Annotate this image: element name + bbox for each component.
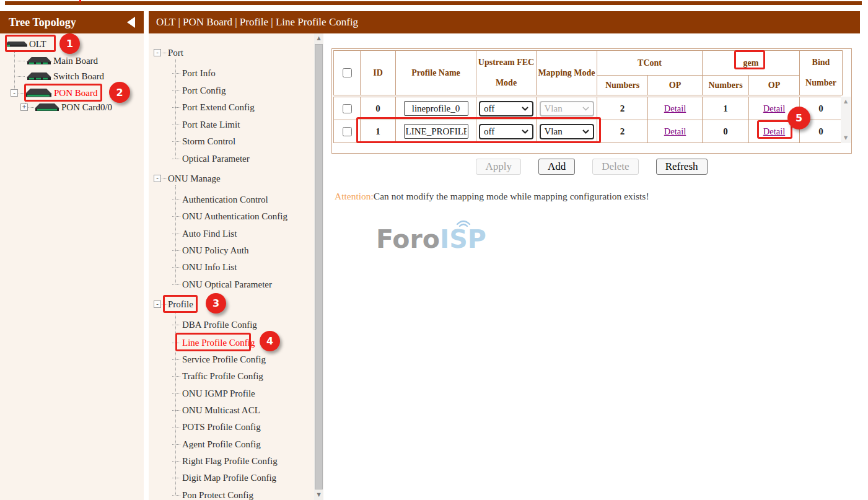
cell-tcont-op: Detail <box>648 120 703 143</box>
nav-item-optical-parameter[interactable]: Optical Parameter <box>172 152 250 165</box>
nav-item-onu-igmp-profile[interactable]: ONU IGMP Profile <box>172 387 255 400</box>
tcont-detail-link[interactable]: Detail <box>664 103 686 114</box>
refresh-button[interactable]: Refresh <box>656 159 708 175</box>
nav-item-line-profile-config[interactable]: Line Profile Config <box>172 336 255 349</box>
column-header-id: ID <box>361 51 396 95</box>
nav-item-authentication-control[interactable]: Authentication Control <box>172 193 268 206</box>
collapse-sidebar-icon[interactable] <box>127 17 135 28</box>
row-checkbox[interactable] <box>343 127 352 136</box>
annotation-badge-5: 5 <box>787 107 810 129</box>
scrollbar-thumb[interactable] <box>315 44 323 489</box>
board-device-icon <box>27 72 51 81</box>
nav-item-port-info[interactable]: Port Info <box>172 66 216 80</box>
scroll-up-icon[interactable]: ▲ <box>841 97 851 106</box>
select-value: Vlan <box>545 103 563 114</box>
nav-item-onu-policy-auth[interactable]: ONU Policy Auth <box>172 243 249 257</box>
top-divider-bar <box>5 1 862 5</box>
collapse-box-icon[interactable]: - <box>154 300 161 308</box>
nav-item-onu-multicast-acl[interactable]: ONU Multicast ACL <box>172 403 260 417</box>
expand-box-icon[interactable]: + <box>20 103 28 111</box>
nav-item-auto-find-list[interactable]: Auto Find List <box>172 227 237 240</box>
collapse-box-icon[interactable]: - <box>154 175 161 182</box>
nav-scrollbar[interactable]: ▲ ▼ <box>314 33 323 500</box>
breadcrumb: OLT | PON Board | Profile | Line Profile… <box>149 11 860 33</box>
profile-name-input[interactable] <box>404 101 468 116</box>
nav-item-onu-info-list[interactable]: ONU Info List <box>172 260 237 274</box>
gem-detail-link[interactable]: Detail <box>763 103 785 114</box>
tree-node-label: Main Board <box>53 56 98 66</box>
nav-item-onu-optical-parameter[interactable]: ONU Optical Parameter <box>172 278 272 291</box>
board-device-icon <box>25 88 52 98</box>
row-checkbox[interactable] <box>343 104 352 113</box>
nav-item-label: Authentication Control <box>182 195 268 205</box>
cell-tcont-numbers: 2 <box>597 97 648 120</box>
nav-item-agent-profile-config[interactable]: Agent Profile Config <box>172 437 261 451</box>
nav-item-label: ONU Info List <box>182 262 237 273</box>
column-header-gem-numbers: Numbers <box>703 76 749 95</box>
tree-connector <box>172 234 180 234</box>
select-value: Vlan <box>545 126 563 137</box>
nav-item-traffic-profile-config[interactable]: Traffic Profile Config <box>172 369 263 383</box>
nav-item-pots-profile-config[interactable]: POTS Profile Config <box>172 420 261 434</box>
nav-section-onu-manage[interactable]: - ONU Manage <box>154 172 221 185</box>
nav-section-profile[interactable]: - Profile <box>154 297 193 311</box>
foroisp-watermark: ForoISP <box>376 224 486 254</box>
cell-mapping-mode: Vlan <box>537 97 597 120</box>
collapse-box-icon[interactable]: - <box>11 89 18 97</box>
tree-node-olt[interactable]: OLT <box>5 37 46 51</box>
column-header-tcont-op: OP <box>648 76 703 95</box>
scroll-up-icon[interactable]: ▲ <box>314 33 323 43</box>
tree-node-label: PON Board <box>54 88 97 99</box>
chevron-down-icon <box>582 107 589 111</box>
tree-node-label: OLT <box>29 39 46 50</box>
row-select-cell <box>334 97 361 120</box>
nav-item-label: Port Rate Limit <box>182 120 240 130</box>
tree-topology-panel: OLT Main Board Switch Board - <box>0 33 144 500</box>
nav-item-onu-authentication-config[interactable]: ONU Authentication Config <box>172 209 287 223</box>
scroll-down-icon[interactable]: ▼ <box>314 490 323 500</box>
tree-node-switch-board[interactable]: Switch Board <box>17 69 104 84</box>
nav-item-digit-map-profile-config[interactable]: Digit Map Profile Config <box>172 471 276 485</box>
nav-item-port-rate-limit[interactable]: Port Rate Limit <box>172 118 240 131</box>
cell-id: 1 <box>361 120 396 143</box>
table-scrollbar[interactable]: ▲ ▼ <box>841 97 851 143</box>
nav-item-right-flag-profile-config[interactable]: Right Flag Profile Config <box>172 454 278 468</box>
fec-mode-select[interactable]: off <box>479 124 533 139</box>
cell-gem-numbers: 1 <box>703 97 749 120</box>
nav-item-pon-protect-config[interactable]: Pon Protect Config <box>172 488 253 500</box>
profile-name-input[interactable] <box>404 124 468 139</box>
nav-item-storm-control[interactable]: Storm Control <box>172 134 235 148</box>
nav-item-port-extend-config[interactable]: Port Extend Config <box>172 100 255 114</box>
add-button[interactable]: Add <box>538 159 575 175</box>
tree-connector <box>162 304 167 305</box>
nav-item-port-config[interactable]: Port Config <box>172 84 226 97</box>
nav-section-label: Profile <box>168 299 193 310</box>
cell-profile-name <box>396 120 476 143</box>
mapping-mode-select[interactable]: Vlan <box>540 124 594 139</box>
tree-node-main-board[interactable]: Main Board <box>17 53 98 68</box>
annotation-badge-2: 2 <box>109 82 130 103</box>
nav-item-service-profile-config[interactable]: Service Profile Config <box>172 353 266 366</box>
line-profile-table: ID Profile Name Upstream FEC Mode Mappin… <box>331 48 852 154</box>
tree-topology-header: Tree Topology <box>0 11 144 33</box>
nav-item-label: ONU Authentication Config <box>182 211 287 222</box>
nav-section-port[interactable]: - Port <box>154 46 183 59</box>
gem-detail-link[interactable]: Detail <box>763 126 785 137</box>
column-header-tcont-numbers: Numbers <box>597 76 648 95</box>
column-header-profile-name: Profile Name <box>396 51 476 95</box>
fec-mode-select[interactable]: off <box>479 101 533 116</box>
annotation-badge-3: 3 <box>206 293 226 314</box>
config-nav-panel: - Port Port Info Port Config Port Extend… <box>149 33 323 500</box>
collapse-box-icon[interactable]: - <box>154 49 161 56</box>
nav-item-label: ONU Optical Parameter <box>182 279 272 290</box>
nav-item-label: Port Config <box>182 86 226 96</box>
tree-node-pon-board[interactable]: - PON Board <box>11 86 97 100</box>
tree-connector <box>172 267 180 268</box>
select-all-checkbox[interactable] <box>343 68 352 77</box>
tree-connector <box>172 250 180 251</box>
nav-item-dba-profile-config[interactable]: DBA Profile Config <box>172 318 257 331</box>
scroll-down-icon[interactable]: ▼ <box>841 134 851 143</box>
tcont-detail-link[interactable]: Detail <box>664 126 686 137</box>
tree-node-pon-card[interactable]: + PON Card0/0 <box>20 100 112 115</box>
attention-note: Attention:Can not modify the mapping mod… <box>335 191 649 202</box>
